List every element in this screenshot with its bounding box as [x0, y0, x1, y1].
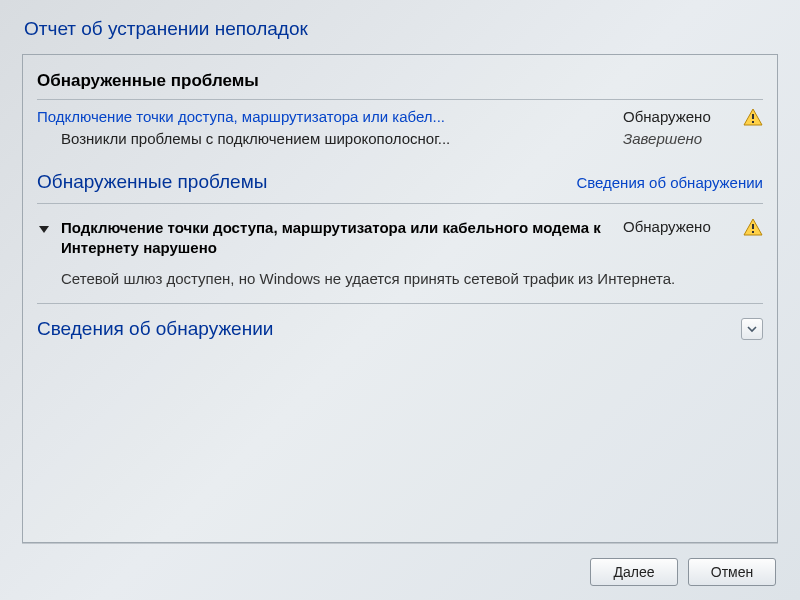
expand-arrow-icon[interactable]	[37, 222, 51, 236]
issue-link[interactable]: Подключение точки доступа, маршрутизатор…	[37, 108, 613, 125]
issues-found-heading: Обнаруженные проблемы	[37, 71, 259, 91]
expanded-issue-header: Подключение точки доступа, маршрутизатор…	[37, 218, 763, 259]
detection-info-link[interactable]: Сведения об обнаружении	[576, 174, 763, 191]
issue-sub-text: Возникли проблемы с подключением широкоп…	[61, 130, 613, 147]
issue-status: Обнаружено	[623, 108, 733, 125]
issue-row: Подключение точки доступа, маршрутизатор…	[37, 100, 763, 128]
chevron-down-button[interactable]	[741, 318, 763, 340]
detection-info-heading-row: Сведения об обнаружении	[37, 304, 763, 350]
svg-rect-1	[752, 114, 754, 119]
expanded-issue-title: Подключение точки доступа, маршрутизатор…	[61, 218, 613, 259]
expanded-issue-block: Подключение точки доступа, маршрутизатор…	[37, 204, 763, 304]
issues-section-heading: Обнаруженные проблемы	[37, 171, 267, 193]
svg-marker-3	[39, 226, 49, 233]
next-button[interactable]: Далее	[590, 558, 678, 586]
window-title: Отчет об устранении неполадок	[22, 18, 778, 40]
svg-rect-5	[752, 224, 754, 229]
report-panel: Обнаруженные проблемы Подключение точки …	[22, 54, 778, 543]
expanded-issue-status: Обнаружено	[623, 218, 733, 235]
warning-icon	[743, 218, 763, 236]
spacer	[37, 350, 763, 534]
detection-info-heading: Сведения об обнаружении	[37, 318, 273, 340]
spacer	[743, 130, 763, 147]
issue-sub-status: Завершено	[623, 130, 733, 147]
issues-section-heading-row: Обнаруженные проблемы Сведения об обнару…	[37, 157, 763, 204]
svg-rect-6	[752, 231, 754, 233]
warning-icon	[743, 108, 763, 126]
troubleshoot-report-window: Отчет об устранении неполадок Обнаруженн…	[0, 0, 800, 600]
button-bar: Далее Отмен	[22, 543, 778, 600]
cancel-button[interactable]: Отмен	[688, 558, 776, 586]
svg-rect-2	[752, 121, 754, 123]
issues-found-heading-row: Обнаруженные проблемы	[37, 65, 763, 100]
issue-sub-row: Возникли проблемы с подключением широкоп…	[37, 128, 763, 157]
expanded-issue-description: Сетевой шлюз доступен, но Windows не уда…	[37, 259, 763, 295]
